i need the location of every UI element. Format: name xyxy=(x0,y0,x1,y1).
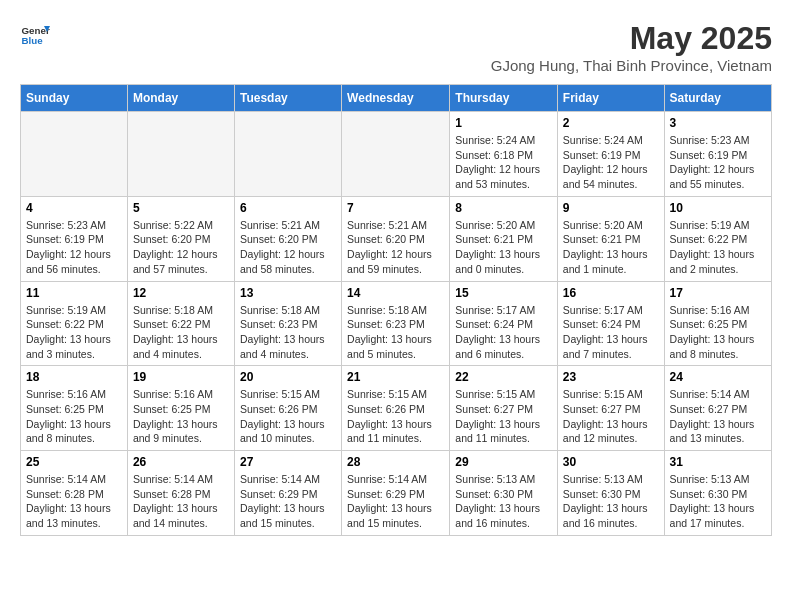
calendar-cell: 18Sunrise: 5:16 AMSunset: 6:25 PMDayligh… xyxy=(21,366,128,451)
day-info: Sunrise: 5:21 AMSunset: 6:20 PMDaylight:… xyxy=(347,218,444,277)
calendar-cell: 10Sunrise: 5:19 AMSunset: 6:22 PMDayligh… xyxy=(664,196,771,281)
calendar-cell: 8Sunrise: 5:20 AMSunset: 6:21 PMDaylight… xyxy=(450,196,558,281)
day-number: 18 xyxy=(26,370,122,384)
column-header-sunday: Sunday xyxy=(21,85,128,112)
day-number: 9 xyxy=(563,201,659,215)
calendar-cell: 5Sunrise: 5:22 AMSunset: 6:20 PMDaylight… xyxy=(127,196,234,281)
day-info: Sunrise: 5:14 AMSunset: 6:27 PMDaylight:… xyxy=(670,387,766,446)
column-header-friday: Friday xyxy=(557,85,664,112)
day-number: 13 xyxy=(240,286,336,300)
location-title: GJong Hung, Thai Binh Province, Vietnam xyxy=(491,57,772,74)
day-number: 23 xyxy=(563,370,659,384)
calendar-cell xyxy=(127,112,234,197)
calendar-week-row: 25Sunrise: 5:14 AMSunset: 6:28 PMDayligh… xyxy=(21,451,772,536)
calendar-cell: 22Sunrise: 5:15 AMSunset: 6:27 PMDayligh… xyxy=(450,366,558,451)
day-number: 20 xyxy=(240,370,336,384)
day-number: 15 xyxy=(455,286,552,300)
page-header: General Blue May 2025 GJong Hung, Thai B… xyxy=(20,20,772,74)
calendar-week-row: 11Sunrise: 5:19 AMSunset: 6:22 PMDayligh… xyxy=(21,281,772,366)
day-info: Sunrise: 5:21 AMSunset: 6:20 PMDaylight:… xyxy=(240,218,336,277)
day-info: Sunrise: 5:14 AMSunset: 6:29 PMDaylight:… xyxy=(347,472,444,531)
day-info: Sunrise: 5:18 AMSunset: 6:22 PMDaylight:… xyxy=(133,303,229,362)
calendar-cell: 21Sunrise: 5:15 AMSunset: 6:26 PMDayligh… xyxy=(342,366,450,451)
day-info: Sunrise: 5:17 AMSunset: 6:24 PMDaylight:… xyxy=(455,303,552,362)
calendar-cell: 26Sunrise: 5:14 AMSunset: 6:28 PMDayligh… xyxy=(127,451,234,536)
logo: General Blue xyxy=(20,20,54,50)
calendar-header-row: SundayMondayTuesdayWednesdayThursdayFrid… xyxy=(21,85,772,112)
calendar-cell: 31Sunrise: 5:13 AMSunset: 6:30 PMDayligh… xyxy=(664,451,771,536)
day-info: Sunrise: 5:13 AMSunset: 6:30 PMDaylight:… xyxy=(563,472,659,531)
calendar-cell: 16Sunrise: 5:17 AMSunset: 6:24 PMDayligh… xyxy=(557,281,664,366)
day-info: Sunrise: 5:18 AMSunset: 6:23 PMDaylight:… xyxy=(240,303,336,362)
day-number: 7 xyxy=(347,201,444,215)
column-header-monday: Monday xyxy=(127,85,234,112)
day-info: Sunrise: 5:16 AMSunset: 6:25 PMDaylight:… xyxy=(133,387,229,446)
calendar-cell: 14Sunrise: 5:18 AMSunset: 6:23 PMDayligh… xyxy=(342,281,450,366)
day-info: Sunrise: 5:17 AMSunset: 6:24 PMDaylight:… xyxy=(563,303,659,362)
day-info: Sunrise: 5:20 AMSunset: 6:21 PMDaylight:… xyxy=(455,218,552,277)
day-info: Sunrise: 5:15 AMSunset: 6:27 PMDaylight:… xyxy=(455,387,552,446)
day-number: 24 xyxy=(670,370,766,384)
day-info: Sunrise: 5:18 AMSunset: 6:23 PMDaylight:… xyxy=(347,303,444,362)
day-info: Sunrise: 5:13 AMSunset: 6:30 PMDaylight:… xyxy=(455,472,552,531)
day-number: 5 xyxy=(133,201,229,215)
day-number: 21 xyxy=(347,370,444,384)
title-block: May 2025 GJong Hung, Thai Binh Province,… xyxy=(491,20,772,74)
calendar-cell: 24Sunrise: 5:14 AMSunset: 6:27 PMDayligh… xyxy=(664,366,771,451)
column-header-thursday: Thursday xyxy=(450,85,558,112)
day-info: Sunrise: 5:23 AMSunset: 6:19 PMDaylight:… xyxy=(670,133,766,192)
calendar-week-row: 4Sunrise: 5:23 AMSunset: 6:19 PMDaylight… xyxy=(21,196,772,281)
day-info: Sunrise: 5:24 AMSunset: 6:18 PMDaylight:… xyxy=(455,133,552,192)
calendar-cell: 20Sunrise: 5:15 AMSunset: 6:26 PMDayligh… xyxy=(234,366,341,451)
day-number: 10 xyxy=(670,201,766,215)
calendar-cell: 6Sunrise: 5:21 AMSunset: 6:20 PMDaylight… xyxy=(234,196,341,281)
day-info: Sunrise: 5:14 AMSunset: 6:28 PMDaylight:… xyxy=(133,472,229,531)
day-info: Sunrise: 5:14 AMSunset: 6:29 PMDaylight:… xyxy=(240,472,336,531)
calendar-cell: 9Sunrise: 5:20 AMSunset: 6:21 PMDaylight… xyxy=(557,196,664,281)
day-number: 22 xyxy=(455,370,552,384)
day-number: 1 xyxy=(455,116,552,130)
calendar-cell: 30Sunrise: 5:13 AMSunset: 6:30 PMDayligh… xyxy=(557,451,664,536)
day-number: 30 xyxy=(563,455,659,469)
calendar-cell: 1Sunrise: 5:24 AMSunset: 6:18 PMDaylight… xyxy=(450,112,558,197)
day-number: 25 xyxy=(26,455,122,469)
calendar-cell: 25Sunrise: 5:14 AMSunset: 6:28 PMDayligh… xyxy=(21,451,128,536)
month-title: May 2025 xyxy=(491,20,772,57)
day-info: Sunrise: 5:13 AMSunset: 6:30 PMDaylight:… xyxy=(670,472,766,531)
column-header-tuesday: Tuesday xyxy=(234,85,341,112)
day-number: 26 xyxy=(133,455,229,469)
column-header-wednesday: Wednesday xyxy=(342,85,450,112)
calendar-cell: 27Sunrise: 5:14 AMSunset: 6:29 PMDayligh… xyxy=(234,451,341,536)
calendar-cell: 2Sunrise: 5:24 AMSunset: 6:19 PMDaylight… xyxy=(557,112,664,197)
day-number: 29 xyxy=(455,455,552,469)
day-number: 14 xyxy=(347,286,444,300)
day-number: 27 xyxy=(240,455,336,469)
day-number: 8 xyxy=(455,201,552,215)
calendar-cell xyxy=(21,112,128,197)
calendar-cell: 4Sunrise: 5:23 AMSunset: 6:19 PMDaylight… xyxy=(21,196,128,281)
calendar-cell: 17Sunrise: 5:16 AMSunset: 6:25 PMDayligh… xyxy=(664,281,771,366)
day-number: 16 xyxy=(563,286,659,300)
logo-icon: General Blue xyxy=(20,20,50,50)
day-info: Sunrise: 5:23 AMSunset: 6:19 PMDaylight:… xyxy=(26,218,122,277)
calendar-week-row: 1Sunrise: 5:24 AMSunset: 6:18 PMDaylight… xyxy=(21,112,772,197)
day-info: Sunrise: 5:15 AMSunset: 6:27 PMDaylight:… xyxy=(563,387,659,446)
day-info: Sunrise: 5:16 AMSunset: 6:25 PMDaylight:… xyxy=(26,387,122,446)
calendar-cell: 13Sunrise: 5:18 AMSunset: 6:23 PMDayligh… xyxy=(234,281,341,366)
day-number: 4 xyxy=(26,201,122,215)
day-number: 12 xyxy=(133,286,229,300)
calendar-cell: 19Sunrise: 5:16 AMSunset: 6:25 PMDayligh… xyxy=(127,366,234,451)
day-info: Sunrise: 5:19 AMSunset: 6:22 PMDaylight:… xyxy=(26,303,122,362)
calendar-cell: 28Sunrise: 5:14 AMSunset: 6:29 PMDayligh… xyxy=(342,451,450,536)
calendar-cell: 11Sunrise: 5:19 AMSunset: 6:22 PMDayligh… xyxy=(21,281,128,366)
calendar-table: SundayMondayTuesdayWednesdayThursdayFrid… xyxy=(20,84,772,536)
day-number: 31 xyxy=(670,455,766,469)
calendar-cell: 7Sunrise: 5:21 AMSunset: 6:20 PMDaylight… xyxy=(342,196,450,281)
day-info: Sunrise: 5:20 AMSunset: 6:21 PMDaylight:… xyxy=(563,218,659,277)
day-number: 17 xyxy=(670,286,766,300)
day-number: 2 xyxy=(563,116,659,130)
calendar-cell: 23Sunrise: 5:15 AMSunset: 6:27 PMDayligh… xyxy=(557,366,664,451)
calendar-cell: 3Sunrise: 5:23 AMSunset: 6:19 PMDaylight… xyxy=(664,112,771,197)
calendar-cell: 15Sunrise: 5:17 AMSunset: 6:24 PMDayligh… xyxy=(450,281,558,366)
day-number: 3 xyxy=(670,116,766,130)
